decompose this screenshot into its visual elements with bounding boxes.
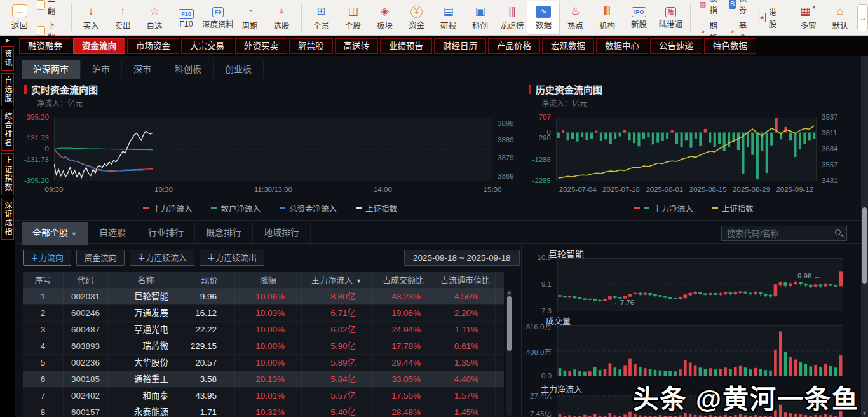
column-header-占成交额比[interactable]: 占成交额比 [372, 272, 435, 288]
column-header-占流通市值比[interactable]: 占流通市值比 [435, 272, 496, 288]
toolbar-item-研报[interactable]: ▤研报 [432, 1, 464, 34]
market-tab-深市[interactable]: 深市 [122, 60, 163, 79]
window-scrollbar-thumb[interactable] [862, 207, 867, 284]
stock-tab-概念排行[interactable]: 概念排行 [195, 222, 253, 245]
menu-item-市场资金[interactable]: 市场资金 [127, 38, 179, 54]
sidebar-item-上证指数[interactable]: 上证指数 [1, 153, 14, 195]
toolbar-item-自选[interactable]: ☆自选 [139, 1, 170, 34]
sidebar-item-自选股[interactable]: 自选股 [1, 73, 14, 106]
market-tab-沪市[interactable]: 沪市 [81, 60, 122, 79]
sidebar-item-综合排名[interactable]: 综合排名 [1, 109, 14, 151]
menu-item-业绩预告[interactable]: 业绩预告 [380, 38, 432, 54]
table-row[interactable]: 1002031巨轮智能9.9610.06%8.80亿43.23%4.56% [23, 289, 504, 305]
toolbar-expand-button[interactable]: → [857, 4, 868, 31]
toolbar-item-卖出[interactable]: ↑卖出 [107, 1, 139, 34]
column-header-label: 占流通市值比 [440, 275, 490, 285]
search-icon[interactable] [835, 229, 841, 235]
menu-item-资金流向[interactable]: 资金流向 [73, 38, 125, 54]
toolbar-item-债券[interactable]: B债券 [729, 0, 750, 16]
column-header-现价[interactable]: 现价 [184, 272, 235, 288]
axis-tick: 10.9 [538, 254, 552, 261]
x-tick: 14:00 [374, 186, 392, 193]
menu-item-外资买卖[interactable]: 外资买卖 [235, 38, 287, 54]
toolbar-item-个股[interactable]: ◫个股 [337, 1, 369, 34]
search-input[interactable] [722, 226, 824, 240]
sidebar-item-资讯[interactable]: 资讯 [1, 46, 14, 71]
page-up-button[interactable]: ↑上翻 [37, 0, 61, 17]
table-cell: 603893 [64, 338, 108, 354]
column-header-序号[interactable]: 序号 [23, 272, 64, 288]
column-header-涨幅[interactable]: 涨幅 [235, 272, 302, 288]
scroll-up-icon[interactable]: ▲ [506, 290, 512, 294]
toolbar-item-港股[interactable]: ★港股 [759, 6, 780, 30]
sidebar-expander-icon[interactable]: ▶ [6, 36, 10, 45]
table-row[interactable]: 4603893瑞芯微229.1510.00%5.90亿17.78%0.61% [23, 338, 504, 355]
toolbar-item-全景[interactable]: ⊞全景 [305, 1, 337, 34]
table-row[interactable]: 3600487亨通光电22.2210.00%6.02亿24.94%1.11% [23, 322, 504, 338]
toolbar-item-龙虎榜[interactable]: |||龙虎榜 [496, 1, 527, 34]
column-header-散户净流入[interactable]: 散户净流入 [496, 272, 504, 288]
table-scrollbar[interactable]: ▲ [506, 290, 512, 416]
stock-tab-地域排行[interactable]: 地域排行 [253, 222, 311, 245]
toolbar-item-数据[interactable]: ∿数据 [527, 1, 559, 34]
toolbar-item-资金[interactable]: ¥资金 [400, 1, 432, 34]
menu-item-财经日历[interactable]: 财经日历 [434, 38, 486, 54]
toolbar-icon-row: ▦▼ [800, 4, 817, 18]
toolbar-item-热点[interactable]: ♨热点 [559, 1, 591, 34]
table-row[interactable]: 5002236大华股份20.5710.00%5.89亿29.44%1.35% [23, 355, 504, 371]
column-header-主力净流入[interactable]: 主力净流入▼ [302, 272, 372, 288]
filter-button-主力连续流入[interactable]: 主力连续流入 [130, 250, 194, 266]
table-row[interactable]: 8600157永泰能源1.7110.32%5.40亿28.48%1.45% [23, 404, 504, 417]
table-scrollbar-thumb[interactable] [507, 296, 512, 351]
toolbar-item-F10[interactable]: F10F10 [170, 1, 202, 34]
table-cell: 5.40亿 [302, 404, 372, 417]
toolbar-item-股指[interactable]: ▥股指 [700, 0, 721, 16]
sidebar-item-深证成指[interactable]: 深证成指 [1, 198, 14, 240]
toolbar-item-买入[interactable]: ↓买入 [75, 1, 107, 34]
menu-item-融资融券[interactable]: 融资融券 [19, 38, 71, 54]
toolbar-item-科创[interactable]: ▣科创 [464, 1, 496, 34]
market-tab-科创板[interactable]: 科创板 [163, 60, 214, 79]
menu-item-特色数据[interactable]: 特色数据 [704, 38, 756, 54]
menu-item-大宗交易[interactable]: 大宗交易 [181, 38, 233, 54]
menu-item-公告速递[interactable]: 公告速递 [650, 38, 702, 54]
market-tab-创业板[interactable]: 创业板 [214, 60, 264, 79]
menu-item-宏观数据[interactable]: 宏观数据 [542, 38, 594, 54]
filter-button-主力流向[interactable]: 主力流向 [23, 250, 71, 266]
back-button[interactable]: ←返回 [8, 4, 32, 31]
stock-tab-全部个股[interactable]: 全部个股▼ [22, 222, 88, 245]
toolbar-icon-row: ⌂ [837, 4, 843, 18]
toolbar-item-深度资料[interactable]: F9深度资料 [202, 1, 234, 34]
menu-item-高送转[interactable]: 高送转 [335, 38, 379, 54]
toolbar-item-选股[interactable]: ⌖选股 [266, 1, 297, 34]
table-cell [496, 355, 504, 371]
funds-yuan-icon: ¥ [410, 6, 423, 18]
scroll-down-icon[interactable]: ▼ [861, 411, 868, 416]
toolbar-item-板块[interactable]: ◈板块 [369, 1, 400, 34]
toolbar-item-默认[interactable]: ⌂默认 [824, 1, 856, 34]
column-header-名称[interactable]: 名称 [108, 272, 184, 288]
menu-item-数据中心[interactable]: 数据中心 [596, 38, 648, 54]
window-scrollbar[interactable]: ▼ [861, 56, 868, 417]
filter-button-主力连续流出[interactable]: 主力连续流出 [200, 250, 264, 266]
table-row[interactable]: 7002402和而泰43.9510.01%5.57亿17.55%1.57% [23, 388, 504, 404]
toolbar-item-新股[interactable]: IPO新股 [623, 1, 654, 34]
toolbar-item-陆港通[interactable]: 陆陆港通 [654, 1, 686, 34]
stock-tabs: 全部个股▼自选股行业排行概念排行地域排行 [22, 222, 311, 245]
toolbar-item-多窗[interactable]: ▦▼多窗 [792, 1, 824, 34]
date-range-picker[interactable]: 2025-09-18 ~ 2025-09-18 [404, 250, 520, 266]
table-cell: 5 [23, 355, 64, 371]
stock-tab-自选股[interactable]: 自选股 [88, 222, 137, 245]
column-header-代码[interactable]: 代码 [64, 272, 108, 288]
table-row[interactable]: 2600246万通发展16.1210.03%6.71亿19.06%2.20% [23, 305, 504, 322]
toolbar-item-周期[interactable]: ◔周期 [234, 1, 266, 34]
table-row[interactable]: 6300185通裕重工3.5820.13%5.84亿33.05%4.40% [23, 371, 504, 388]
filter-button-资金流向[interactable]: 资金流向 [76, 250, 125, 266]
stock-tab-行业排行[interactable]: 行业排行 [137, 222, 195, 245]
search-box[interactable] [721, 226, 847, 241]
menu-item-解禁股[interactable]: 解禁股 [289, 38, 333, 54]
market-tab-沪深两市[interactable]: 沪深两市 [22, 60, 81, 79]
realtime-flow-chart [54, 118, 492, 181]
menu-item-产品价格[interactable]: 产品价格 [488, 38, 540, 54]
toolbar-item-机构[interactable]: Ⅲ机构 [591, 1, 623, 34]
